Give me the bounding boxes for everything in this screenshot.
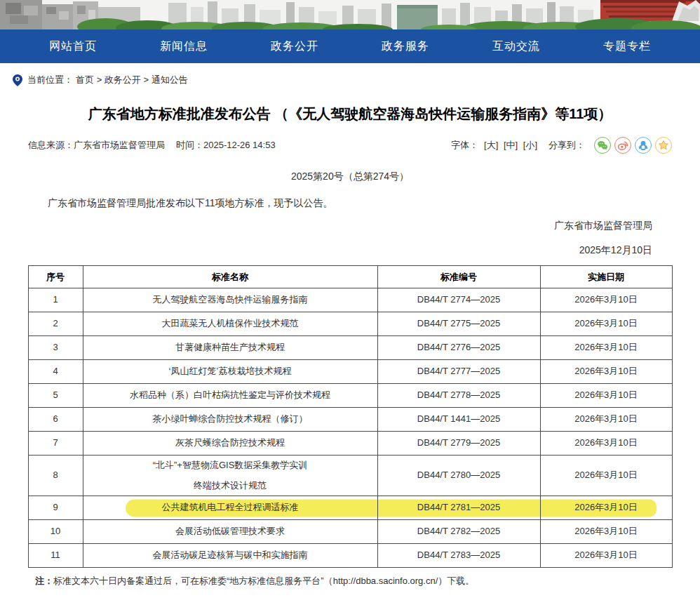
cell-standard-number: DB44/T 2779—2025 [377,432,540,456]
time-label: 时间： [176,140,203,150]
cell-implementation-date: 2026年3月10日 [540,544,672,568]
article-tools: 字体： [大] [中] [小] 分享到： [451,137,672,154]
breadcrumb-links: 首页 政务公开 通知公告 [76,74,188,86]
footnote-text: 标准文本六十日内备案通过后，可在标准委“地方标准信息服务平台”（http://d… [53,576,474,586]
cell-index: 6 [28,408,83,432]
main-nav: 网站首页 新闻信息 政务公开 政务服务 互动交流 专题专栏 [0,29,700,63]
table-row: 1 无人驾驶航空器海岛快件运输服务指南 DB44/T 2774—2025 202… [28,288,672,312]
cell-standard-name: 会展活动低碳管理技术要求 [83,520,377,544]
cell-index: 9 [28,496,83,520]
location-pin-icon [13,74,22,86]
cell-standard-number: DB44/T 2774—2025 [377,288,540,312]
cell-implementation-date: 2026年3月10日 [540,312,672,336]
signature: 广东省市场监督管理局 [0,220,652,232]
cell-index: 3 [28,336,83,360]
table-row: 2 大田蔬菜无人机植保作业技术规范 DB44/T 2775—2025 2026年… [28,312,672,336]
table-row: 7 灰茶尺蠖综合防控技术规程 DB44/T 2779—2025 2026年3月1… [28,432,672,456]
cell-implementation-date: 2026年3月10日 [540,360,672,384]
cell-standard-name: 大田蔬菜无人机植保作业技术规范 [83,312,377,336]
cell-standard-name: 水稻品种（系）白叶枯病抗性鉴定与评价技术规程 [83,384,377,408]
cell-index: 2 [28,312,83,336]
col-header-name: 标准名称 [83,266,377,288]
page-title: 广东省地方标准批准发布公告 （《无人驾驶航空器海岛快件运输服务指南》等11项） [28,103,672,124]
signature-date: 2025年12月10日 [0,244,652,257]
cell-index: 5 [28,384,83,408]
nav-item[interactable]: 网站首页 [18,39,128,54]
table-header-row: 序号 标准名称 标准编号 实施日期 [28,266,672,288]
cell-implementation-date: 2026年3月10日 [540,384,672,408]
col-header-number: 标准编号 [377,266,540,288]
nav-item[interactable]: 新闻信息 [128,39,239,54]
breadcrumb-link[interactable]: 政务公开 [97,74,141,85]
cell-standard-number: DB44/T 2776—2025 [377,336,540,360]
cell-index: 10 [28,520,83,544]
breadcrumb-link[interactable]: 通知公告 [143,74,187,85]
nav-item[interactable]: 专题专栏 [572,39,682,54]
table-row: 3 甘薯健康种苗生产技术规程 DB44/T 2776—2025 2026年3月1… [28,336,672,360]
cell-implementation-date: 2026年3月10日 [540,520,672,544]
table-row: 4 ‘凤山红灯笼’荔枝栽培技术规程 DB44/T 2777—2025 2026年… [28,360,672,384]
font-size-controls: [大] [中] [小] [483,139,539,152]
cell-standard-number: DB44/T 2775—2025 [377,312,540,336]
cell-implementation-date: 2026年3月10日 [540,408,672,432]
cell-standard-number: DB44/T 2782—2025 [377,520,540,544]
table-row: 11 会展活动碳足迹核算与碳中和实施指南 DB44/T 2783—2025 20… [28,544,672,568]
font-size-label: 字体： [451,139,478,152]
table-row: 8 “北斗”+智慧物流GIS数据采集教学实训 终端技术设计规范 DB44/T 2… [28,456,672,496]
article-meta-row: 信息来源：广东省市场监督管理局时间：2025-12-26 14:53 字体： [… [28,137,672,154]
cell-standard-name: 无人驾驶航空器海岛快件运输服务指南 [83,288,377,312]
font-size-button[interactable]: [大] [484,140,498,150]
cell-index: 7 [28,432,83,456]
cell-implementation-date: 2026年3月10日 [540,288,672,312]
cell-standard-name: 灰茶尺蠖综合防控技术规程 [83,432,377,456]
cell-index: 11 [28,544,83,568]
table-row: 10 会展活动低碳管理技术要求 DB44/T 2782—2025 2026年3月… [28,520,672,544]
nav-item[interactable]: 政务服务 [350,39,461,54]
cell-standard-number: DB44/T 2777—2025 [377,360,540,384]
share-label: 分享到： [548,139,585,152]
breadcrumb-label: 当前位置： [27,74,73,86]
cell-implementation-date: 2026年3月10日 [540,336,672,360]
doc-number: 2025第20号（总第274号） [0,171,700,183]
nav-item[interactable]: 政务公开 [239,39,350,54]
font-size-button[interactable]: [小] [523,140,537,150]
col-header-index: 序号 [28,266,83,288]
col-header-date: 实施日期 [540,266,672,288]
cell-index: 1 [28,288,83,312]
qq-share-icon[interactable] [635,137,652,154]
font-size-button[interactable]: [中] [504,140,518,150]
table-row: 5 水稻品种（系）白叶枯病抗性鉴定与评价技术规程 DB44/T 2778—202… [28,384,672,408]
cell-standard-number: DB44/T 1441—2025 [377,408,540,432]
table-row: 6 茶小绿叶蝉综合防控技术规程（修订） DB44/T 1441—2025 202… [28,408,672,432]
cell-implementation-date: 2026年3月10日 [540,496,672,520]
cell-implementation-date: 2026年3月10日 [540,432,672,456]
footnote: 注：标准文本六十日内备案通过后，可在标准委“地方标准信息服务平台”（http:/… [35,575,672,587]
cell-standard-name: 茶小绿叶蝉综合防控技术规程（修订） [83,408,377,432]
breadcrumb: 当前位置： 首页 政务公开 通知公告 [0,63,700,86]
table-row: 9 公共建筑机电工程全过程调适标准 DB44/T 2781—2025 2026年… [28,496,672,520]
cell-standard-number: DB44/T 2781—2025 [377,496,540,520]
source-label: 信息来源： [28,140,74,150]
cell-standard-number: DB44/T 2778—2025 [377,384,540,408]
cell-implementation-date: 2026年3月10日 [540,456,672,496]
footnote-label: 注： [35,576,53,586]
wechat-share-icon[interactable] [594,137,611,154]
cityscape-illustration [0,0,700,29]
cell-index: 4 [28,360,83,384]
source-value: 广东省市场监督管理局 [74,140,165,150]
weibo-share-icon[interactable] [614,137,631,154]
cell-standard-number: DB44/T 2780—2025 [377,456,540,496]
cell-index: 8 [28,456,83,496]
nav-item[interactable]: 互动交流 [461,39,572,54]
banner-image [0,0,700,29]
standards-table: 序号 标准名称 标准编号 实施日期 1 无人驾驶航空器海岛快件运输服务指南 DB… [28,265,673,568]
cell-standard-name: ‘凤山红灯笼’荔枝栽培技术规程 [83,360,377,384]
time-value: 2025-12-26 14:53 [203,140,276,150]
article-meta: 信息来源：广东省市场监督管理局时间：2025-12-26 14:53 [28,139,276,152]
article-body: 广东省市场监督管理局批准发布以下11项地方标准，现予以公告。 [28,197,672,210]
cell-standard-name: “北斗”+智慧物流GIS数据采集教学实训 终端技术设计规范 [83,456,377,496]
breadcrumb-link[interactable]: 首页 [76,74,94,85]
cell-standard-name: 甘薯健康种苗生产技术规程 [83,336,377,360]
favorite-star-icon[interactable] [655,137,672,154]
cell-standard-number: DB44/T 2783—2025 [377,544,540,568]
